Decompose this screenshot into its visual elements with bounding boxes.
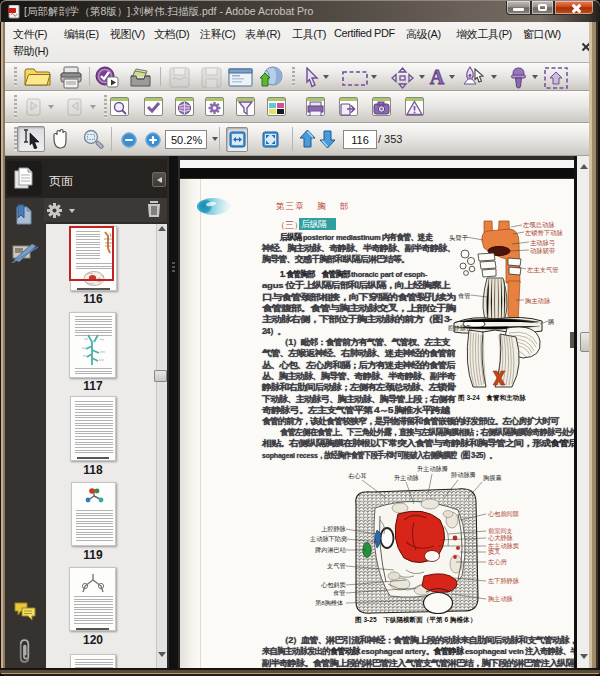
svg-text:心大静脉: 心大静脉 — [488, 534, 513, 542]
svg-text:图 3-25 下纵隔横断面（平第 6 胸椎体）: 图 3-25 下纵隔横断面（平第 6 胸椎体） — [355, 616, 476, 624]
svg-text:上腔静脉: 上腔静脉 — [321, 525, 346, 533]
svg-text:腔静脉孔: 腔静脉孔 — [448, 324, 472, 332]
svg-text:右心耳: 右心耳 — [348, 472, 367, 480]
svg-text:升主动脉: 升主动脉 — [394, 474, 419, 482]
svg-text:胸主动脉: 胸主动脉 — [525, 297, 551, 305]
svg-text:第8胸椎体: 第8胸椎体 — [315, 599, 344, 607]
svg-text:主动脉下陷窝: 主动脉下陷窝 — [310, 535, 347, 543]
svg-text:膈: 膈 — [547, 318, 554, 325]
svg-text:左颈总动脉: 左颈总动脉 — [523, 221, 555, 229]
svg-text:食管: 食管 — [333, 589, 345, 597]
svg-text:脾内淋巴结: 脾内淋巴结 — [315, 546, 347, 554]
svg-text:左心房: 左心房 — [488, 558, 507, 565]
svg-text:肺动脉瓣: 肺动脉瓣 — [451, 471, 476, 479]
svg-text:左下肺静脉: 左下肺静脉 — [488, 577, 519, 585]
svg-text:动脉韧带: 动脉韧带 — [530, 247, 555, 255]
svg-text:胸膜囊: 胸膜囊 — [483, 474, 502, 482]
svg-text:心包前间隙: 心包前间隙 — [488, 510, 519, 518]
svg-text:头臂干: 头臂干 — [449, 234, 469, 241]
svg-text:支气管: 支气管 — [326, 562, 346, 570]
svg-text:左主支气管: 左主支气管 — [527, 266, 558, 274]
svg-text:主动脉弓: 主动脉弓 — [530, 239, 555, 247]
svg-text:升主动脉瓣: 升主动脉瓣 — [417, 465, 448, 473]
svg-text:图 3-24 食管和主动脉: 图 3-24 食管和主动脉 — [458, 394, 526, 402]
svg-text:A: A — [430, 67, 445, 88]
svg-text:心包斜窦: 心包斜窦 — [321, 581, 346, 589]
svg-text:窦叉: 窦叉 — [488, 548, 500, 555]
svg-text:左锁骨下动脉: 左锁骨下动脉 — [525, 229, 563, 237]
svg-text:食管: 食管 — [458, 292, 471, 300]
svg-text:胸主动脉: 胸主动脉 — [488, 595, 513, 603]
